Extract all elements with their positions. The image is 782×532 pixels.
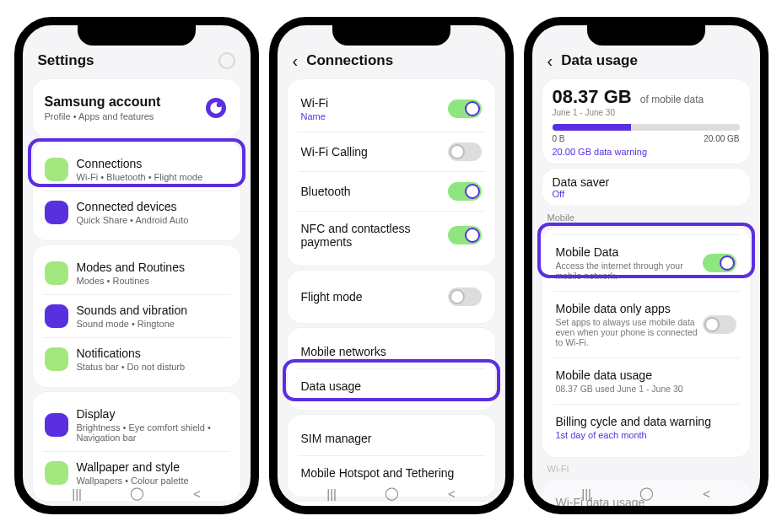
section-wifi-label: Wi-Fi <box>547 464 750 474</box>
nav-recents-icon[interactable]: ||| <box>326 486 337 501</box>
wifi-toggle[interactable] <box>448 99 482 118</box>
page-title: Settings <box>38 52 94 69</box>
phone-notch <box>78 24 196 46</box>
account-logo-icon <box>203 95 229 121</box>
phone-connections: ‹ Connections Wi-Fi Name Wi-Fi Calling B… <box>269 17 514 514</box>
usage-bar-min: 0 B <box>553 134 565 143</box>
display-icon <box>45 413 68 437</box>
usage-bar-max: 20.00 GB <box>704 134 739 143</box>
settings-item-connections[interactable]: Connections Wi-Fi • Bluetooth • Flight m… <box>43 148 230 191</box>
section-mobile-label: Mobile <box>547 212 750 223</box>
notifications-icon <box>45 347 68 371</box>
usage-progress-bar <box>553 124 740 131</box>
wifi-calling-toggle[interactable] <box>448 142 482 161</box>
connections-group-wireless: Wi-Fi Name Wi-Fi Calling Bluetooth NFC a… <box>288 79 495 266</box>
row-billing-cycle[interactable]: Billing cycle and data warning 1st day o… <box>553 404 740 450</box>
usage-amount: 08.37 GB <box>553 86 632 107</box>
account-title: Samsung account <box>45 94 161 110</box>
row-mobile-data-only-apps[interactable]: Mobile data only apps Set apps to always… <box>553 291 740 357</box>
usage-warning: 20.00 GB data warning <box>553 147 740 157</box>
search-icon[interactable] <box>218 52 235 69</box>
settings-item-modes[interactable]: Modes and Routines Modes • Routines <box>43 252 230 294</box>
settings-item-sounds[interactable]: Sounds and vibration Sound mode • Ringto… <box>43 294 230 337</box>
wallpaper-icon <box>45 461 68 485</box>
phone-settings: Settings Samsung account Profile • Apps … <box>14 17 259 514</box>
mobile-data-toggle[interactable] <box>703 254 736 272</box>
nav-home-icon[interactable]: ◯ <box>385 486 399 501</box>
settings-group-connections: Connections Wi-Fi • Bluetooth • Flight m… <box>33 142 240 240</box>
sounds-icon <box>45 304 68 328</box>
flight-mode-toggle[interactable] <box>448 287 482 306</box>
phone-notch <box>332 24 450 46</box>
connections-group-more: More connection settings <box>288 502 495 506</box>
mobile-section-card: Mobile Data Access the internet through … <box>542 228 750 457</box>
row-mobile-data[interactable]: Mobile Data Access the internet through … <box>553 234 740 291</box>
row-bluetooth[interactable]: Bluetooth <box>298 171 485 211</box>
samsung-account-card[interactable]: Samsung account Profile • Apps and featu… <box>33 79 240 137</box>
settings-item-connected-devices[interactable]: Connected devices Quick Share • Android … <box>43 191 230 234</box>
usage-summary-card: 08.37 GB of mobile data June 1 - June 30… <box>542 79 750 164</box>
nav-back-icon[interactable]: < <box>193 486 201 501</box>
data-saver-card[interactable]: Data saver Off <box>542 169 750 206</box>
row-sim-manager[interactable]: SIM manager <box>298 422 485 455</box>
usage-amount-suffix: of mobile data <box>640 94 704 105</box>
phone-notch <box>587 24 705 46</box>
back-icon[interactable]: ‹ <box>293 52 299 69</box>
android-navbar: ||| ◯ < <box>532 486 760 501</box>
row-nfc[interactable]: NFC and contactless payments <box>298 211 485 259</box>
page-title: Connections <box>306 52 393 69</box>
nav-back-icon[interactable]: < <box>448 486 456 501</box>
nfc-toggle[interactable] <box>448 226 482 245</box>
back-icon[interactable]: ‹ <box>547 52 553 69</box>
nav-home-icon[interactable]: ◯ <box>639 486 654 501</box>
svg-point-2 <box>216 102 221 107</box>
mobile-data-only-apps-toggle[interactable] <box>703 315 736 334</box>
row-mobile-data-usage[interactable]: Mobile data usage 08.37 GB used June 1 -… <box>553 357 740 404</box>
nav-home-icon[interactable]: ◯ <box>130 486 144 501</box>
nav-back-icon[interactable]: < <box>703 486 710 501</box>
account-subtitle: Profile • Apps and features <box>45 111 161 121</box>
page-title: Data usage <box>561 52 638 69</box>
row-data-usage[interactable]: Data usage <box>298 368 485 403</box>
usage-period: June 1 - June 30 <box>553 108 740 117</box>
row-wifi-calling[interactable]: Wi-Fi Calling <box>298 132 485 171</box>
settings-group-modes: Modes and Routines Modes • Routines Soun… <box>33 245 240 387</box>
nav-recents-icon[interactable]: ||| <box>72 486 82 501</box>
settings-group-display: Display Brightness • Eye comfort shield … <box>33 392 240 501</box>
bluetooth-toggle[interactable] <box>448 182 482 201</box>
row-wifi[interactable]: Wi-Fi Name <box>298 86 485 132</box>
connections-icon <box>45 158 68 181</box>
settings-item-notifications[interactable]: Notifications Status bar • Do not distur… <box>43 337 230 380</box>
settings-item-display[interactable]: Display Brightness • Eye comfort shield … <box>43 399 230 451</box>
android-navbar: ||| ◯ < <box>23 486 251 501</box>
phone-data-usage: ‹ Data usage 08.37 GB of mobile data Jun… <box>524 17 769 514</box>
connections-group-sim: SIM manager Mobile Hotspot and Tethering <box>288 415 495 497</box>
connections-group-flightmode: Flight mode <box>288 271 495 323</box>
row-hotspot[interactable]: Mobile Hotspot and Tethering <box>298 455 485 490</box>
android-navbar: ||| ◯ < <box>278 486 505 501</box>
modes-icon <box>45 261 68 285</box>
row-flight-mode[interactable]: Flight mode <box>298 277 485 316</box>
connections-group-network: Mobile networks Data usage <box>288 328 495 410</box>
connected-devices-icon <box>45 201 68 224</box>
nav-recents-icon[interactable]: ||| <box>581 486 591 501</box>
row-mobile-networks[interactable]: Mobile networks <box>298 335 485 368</box>
